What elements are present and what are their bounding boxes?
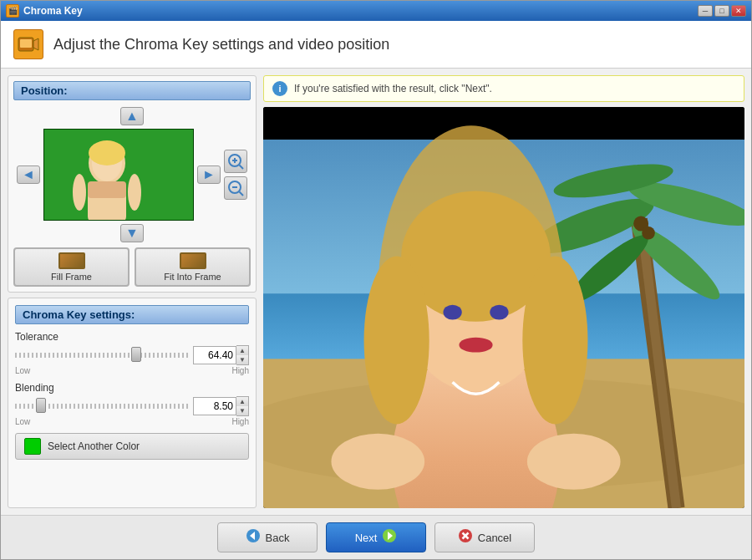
tolerance-decrement[interactable]: ▼ — [236, 355, 248, 364]
arrow-up-icon: ▲ — [125, 109, 139, 124]
tolerance-spin: ▲ ▼ — [193, 345, 249, 365]
tolerance-spin-arrows: ▲ ▼ — [236, 345, 249, 365]
svg-point-42 — [459, 338, 492, 353]
video-content — [263, 107, 744, 508]
header-icon — [13, 29, 43, 59]
info-icon: i — [272, 81, 287, 96]
blending-slider-thumb[interactable] — [36, 398, 46, 413]
footer: Back Next Cancel — [1, 515, 751, 559]
video-container: ▶ ■ 00:08 / 00:12 — [263, 107, 744, 508]
svg-line-14 — [240, 165, 244, 170]
zoom-in-button[interactable] — [224, 150, 247, 173]
tolerance-increment[interactable]: ▲ — [236, 346, 248, 355]
app-icon: 🎬 — [6, 4, 19, 18]
info-banner: i If you're satisfied with the result, c… — [263, 75, 744, 102]
blending-decrement[interactable]: ▼ — [236, 406, 248, 415]
select-color-button[interactable]: Select Another Color — [15, 433, 249, 460]
cancel-label: Cancel — [478, 532, 511, 544]
window-title: Chroma Key — [23, 5, 83, 17]
position-controls: ▲ ◄ — [13, 107, 251, 242]
tolerance-slider-thumb[interactable] — [131, 347, 141, 362]
move-left-button[interactable]: ◄ — [17, 165, 40, 184]
position-section: Position: ▲ ◄ — [8, 75, 257, 293]
back-button[interactable]: Back — [217, 522, 318, 552]
next-icon — [382, 528, 397, 547]
blending-high-label: High — [231, 417, 249, 426]
minimize-button[interactable]: ─ — [698, 5, 713, 17]
move-up-button[interactable]: ▲ — [120, 107, 144, 125]
zoom-out-icon — [226, 179, 245, 197]
svg-marker-1 — [33, 38, 38, 50]
tolerance-setting: Tolerance ▲ ▼ — [15, 331, 249, 375]
svg-point-32 — [642, 227, 655, 240]
header: Adjust the Chroma Key settings and video… — [1, 21, 751, 69]
title-bar-left: 🎬 Chroma Key — [6, 4, 83, 18]
tolerance-label: Tolerance — [15, 331, 249, 343]
maximize-button[interactable]: □ — [714, 5, 729, 17]
fit-frame-icon — [180, 252, 206, 269]
blending-slider-track[interactable] — [15, 404, 188, 409]
close-button[interactable]: ✕ — [731, 5, 746, 17]
back-icon — [246, 528, 261, 547]
blending-slider-container: ▲ ▼ — [15, 396, 249, 416]
svg-point-41 — [490, 305, 508, 320]
tolerance-input[interactable] — [193, 346, 236, 364]
next-button[interactable]: Next — [326, 522, 426, 552]
tolerance-slider-track[interactable] — [15, 353, 188, 358]
zoom-out-button[interactable] — [224, 176, 247, 200]
svg-point-9 — [128, 174, 141, 211]
preview-svg — [44, 130, 194, 221]
position-header: Position: — [13, 81, 251, 100]
back-label: Back — [266, 532, 290, 544]
blending-input[interactable] — [193, 397, 236, 415]
main-content: Position: ▲ ◄ — [1, 69, 751, 515]
select-color-label: Select Another Color — [48, 440, 140, 452]
arrow-down-icon: ▼ — [125, 226, 139, 241]
cancel-button[interactable]: Cancel — [434, 522, 535, 552]
arrow-left-icon: ◄ — [22, 167, 35, 182]
zoom-in-icon — [226, 152, 245, 171]
title-controls: ─ □ ✕ — [698, 5, 746, 17]
fill-frame-label: Fill Frame — [51, 272, 92, 282]
blending-setting: Blending ▲ ▼ — [15, 382, 249, 426]
svg-rect-10 — [88, 181, 126, 198]
right-panel: i If you're satisfied with the result, c… — [263, 75, 744, 508]
frame-buttons: Fill Frame Fit Into Frame — [13, 247, 251, 287]
svg-point-8 — [73, 174, 86, 211]
tolerance-low-label: Low — [15, 366, 30, 375]
blending-label: Blending — [15, 382, 249, 394]
tolerance-slider-container: ▲ ▼ — [15, 345, 249, 365]
next-label: Next — [355, 532, 378, 544]
main-window: 🎬 Chroma Key ─ □ ✕ Adjust the Chroma Key… — [0, 0, 752, 560]
zoom-controls — [224, 150, 247, 200]
blending-labels: Low High — [15, 417, 249, 426]
chroma-section: Chroma Key settings: Tolerance ▲ ▼ — [8, 298, 257, 508]
blending-spin-arrows: ▲ ▼ — [236, 396, 249, 416]
tolerance-high-label: High — [231, 366, 249, 375]
page-title: Adjust the Chroma Key settings and video… — [53, 36, 389, 53]
move-right-button[interactable]: ► — [197, 165, 221, 184]
video-display — [263, 107, 744, 508]
title-bar: 🎬 Chroma Key ─ □ ✕ — [1, 1, 751, 21]
blending-increment[interactable]: ▲ — [236, 397, 248, 406]
fill-frame-icon — [58, 252, 85, 269]
tolerance-labels: Low High — [15, 366, 249, 375]
fit-frame-label: Fit Into Frame — [164, 272, 221, 282]
blending-low-label: Low — [15, 417, 30, 426]
video-preview[interactable] — [43, 129, 194, 221]
info-text: If you're satisfied with the result, cli… — [294, 83, 492, 94]
position-middle-row: ◄ — [17, 129, 247, 221]
cancel-icon — [458, 528, 473, 547]
svg-point-44 — [527, 434, 621, 490]
arrow-right-icon: ► — [202, 167, 216, 182]
svg-point-6 — [89, 140, 125, 165]
color-swatch — [24, 438, 41, 455]
svg-rect-2 — [20, 39, 32, 48]
svg-point-43 — [331, 434, 424, 490]
svg-point-38 — [364, 257, 429, 425]
move-down-button[interactable]: ▼ — [120, 224, 144, 242]
fit-into-frame-button[interactable]: Fit Into Frame — [135, 247, 251, 287]
svg-point-40 — [443, 305, 461, 320]
svg-line-17 — [240, 192, 244, 196]
fill-frame-button[interactable]: Fill Frame — [13, 247, 130, 287]
